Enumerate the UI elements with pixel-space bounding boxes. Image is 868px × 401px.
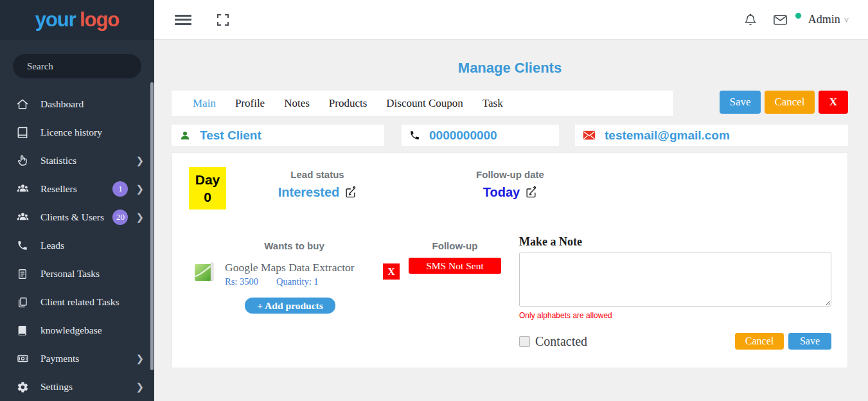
chevron-right-icon: ❯ [136, 183, 144, 195]
phone-icon [15, 239, 30, 252]
note-textarea[interactable] [519, 253, 831, 307]
resellers-count-badge: 1 [112, 181, 128, 197]
product-item: Google Maps Data Extractor Rs: 3500 Quan… [193, 261, 355, 287]
day-value: 0 [204, 188, 211, 206]
client-email-box: testemail@gmail.com [575, 125, 848, 146]
notifications-bell-icon[interactable] [743, 13, 757, 27]
tab-profile[interactable]: Profile [226, 97, 274, 110]
edit-followup-date-icon[interactable] [525, 186, 537, 199]
close-button[interactable]: X [819, 91, 848, 114]
sidebar-item-dashboard[interactable]: Dashboard [0, 90, 154, 118]
note-validation-message: Only alphabets are allowed [519, 311, 831, 320]
tab-main[interactable]: Main [183, 97, 226, 110]
sidebar-item-payments[interactable]: Payments ❯ [0, 344, 154, 373]
chevron-right-icon: ❯ [136, 211, 144, 223]
make-note-title: Make a Note [519, 235, 831, 249]
page-title: Manage Clients [172, 60, 848, 76]
day-counter: Day 0 [189, 167, 226, 209]
client-name: Test Client [200, 129, 261, 143]
save-button[interactable]: Save [720, 91, 761, 114]
tab-discount-coupon[interactable]: Discount Coupon [376, 97, 472, 110]
phone-icon [409, 130, 420, 141]
logo-text-logo: logo [80, 8, 119, 31]
sidebar-menu: Dashboard Licence history Statistics ❯ R… [0, 90, 154, 401]
client-detail-card: Day 0 Lead status Interested Follow-up d… [172, 152, 848, 368]
sidebar-item-leads[interactable]: Leads [0, 231, 154, 260]
chevron-right-icon: ❯ [136, 353, 144, 364]
note-save-button[interactable]: Save [788, 333, 831, 350]
document-icon [15, 267, 30, 280]
sidebar-item-resellers[interactable]: Resellers 1 ❯ [0, 175, 154, 203]
add-products-button[interactable]: + Add products [245, 298, 335, 314]
product-price: Rs: 3500 [225, 276, 258, 287]
lead-status-section: Lead status Interested [234, 169, 401, 200]
contacted-checkbox[interactable] [519, 336, 530, 347]
logo-text-your: your [35, 8, 76, 31]
chevron-right-icon: ❯ [136, 381, 144, 393]
person-icon [179, 130, 191, 141]
book-solid-icon [15, 324, 30, 337]
sms-status-button[interactable]: SMS Not Sent [409, 258, 501, 274]
wants-to-buy-label: Wants to buy [198, 240, 391, 251]
make-note-section: Make a Note Only alphabets are allowed C… [519, 235, 831, 350]
hamburger-menu-icon[interactable] [175, 15, 191, 25]
envelope-red-icon [583, 130, 596, 140]
product-name: Google Maps Data Extractor [225, 261, 355, 274]
client-phone-box: 0000000000 [402, 125, 559, 146]
sidebar-item-settings[interactable]: Settings ❯ [0, 373, 154, 401]
hand-pointer-icon [15, 154, 30, 167]
followup-date-value: Today [483, 185, 520, 200]
main-content: Manage Clients Main Profile Notes Produc… [154, 40, 868, 401]
copy-icon [15, 296, 30, 308]
online-status-dot [795, 12, 802, 19]
logo[interactable]: your logo [0, 0, 154, 40]
followup-label: Follow-up [409, 240, 501, 251]
tab-products[interactable]: Products [319, 97, 377, 110]
cancel-button[interactable]: Cancel [765, 91, 815, 114]
remove-product-button[interactable]: X [383, 263, 400, 280]
user-name[interactable]: Admin [808, 13, 840, 26]
sidebar-item-client-tasks[interactable]: Client related Tasks [0, 288, 154, 316]
chevron-right-icon: ❯ [136, 155, 144, 166]
sidebar-item-statistics[interactable]: Statistics ❯ [0, 147, 154, 175]
tab-bar: Main Profile Notes Products Discount Cou… [172, 91, 673, 116]
sidebar: your logo Dashboard Licence history Stat… [0, 0, 154, 401]
lead-status-label: Lead status [234, 169, 401, 180]
followup-date-label: Follow-up date [427, 169, 594, 180]
followup-section: Follow-up SMS Not Sent [409, 240, 501, 274]
users-icon [15, 211, 30, 224]
chevron-down-icon[interactable]: ˅ [844, 15, 849, 25]
contacted-label: Contacted [535, 334, 587, 349]
wants-to-buy-section: Wants to buy [198, 240, 391, 251]
product-quantity: Quantity: 1 [276, 276, 319, 287]
sidebar-item-licence-history[interactable]: Licence history [0, 118, 154, 147]
topbar: Admin ˅ [154, 0, 868, 40]
day-label: Day [195, 171, 220, 188]
client-name-box: Test Client [172, 125, 384, 146]
clients-count-badge: 20 [112, 209, 128, 225]
sidebar-item-personal-tasks[interactable]: Personal Tasks [0, 260, 154, 288]
sidebar-item-knowledgebase[interactable]: knowledgebase [0, 316, 154, 344]
fullscreen-icon[interactable] [217, 14, 229, 26]
tab-task[interactable]: Task [473, 97, 513, 110]
note-cancel-button[interactable]: Cancel [735, 333, 784, 350]
gear-icon [15, 380, 30, 393]
product-thumbnail [193, 261, 215, 283]
client-email: testemail@gmail.com [605, 129, 730, 143]
client-phone: 0000000000 [429, 129, 497, 143]
users-icon [15, 183, 30, 195]
home-icon [15, 98, 30, 111]
tab-notes[interactable]: Notes [274, 97, 319, 110]
edit-lead-status-icon[interactable] [344, 186, 357, 199]
followup-date-section: Follow-up date Today [427, 169, 594, 200]
messages-envelope-icon[interactable] [773, 13, 788, 26]
book-icon [15, 126, 30, 139]
lead-status-value: Interested [278, 185, 340, 200]
sidebar-item-clients-users[interactable]: Clients & Users 20 ❯ [0, 203, 154, 231]
money-icon [15, 352, 30, 365]
sidebar-scrollbar[interactable] [150, 82, 154, 370]
search-input[interactable] [13, 54, 141, 78]
